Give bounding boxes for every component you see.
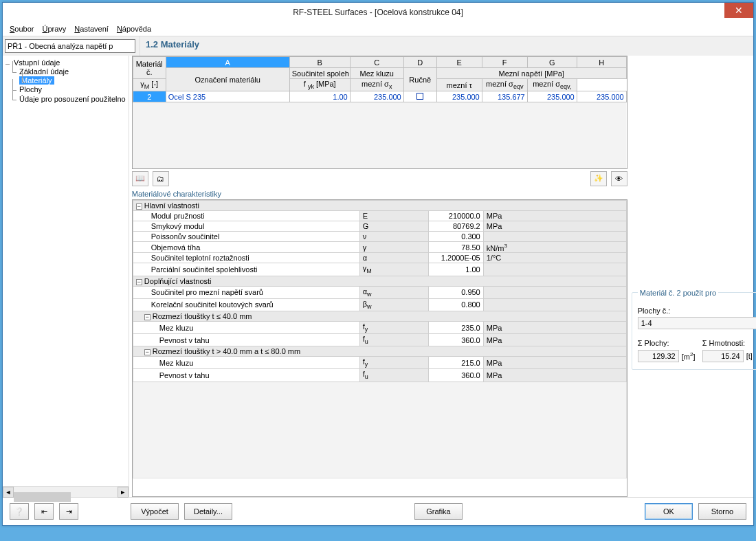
next-page-button[interactable]: ⇥ — [59, 503, 78, 520]
menu-bar: Soubor Úpravy Nastavení Nápověda — [3, 22, 753, 36]
prev-page-button[interactable]: ⇤ — [34, 503, 54, 520]
grid-toolbar: 📖 🗂 ✨ 👁 — [132, 169, 627, 188]
page-title: 1.2 Materiály — [146, 39, 199, 49]
cell-sigmaeqv2[interactable]: 235.000 — [577, 91, 626, 102]
help-button[interactable]: ❔ — [10, 503, 29, 520]
prop-row: Modul pružnosti — [133, 210, 359, 221]
details-button[interactable]: Detaily... — [184, 503, 232, 520]
edit-material-button[interactable]: 🗂 — [153, 171, 169, 186]
col-F[interactable]: F — [482, 57, 527, 68]
title-bar: RF-STEEL Surfaces - [Ocelová konstrukce … — [3, 3, 753, 22]
sidebar-hscroll[interactable]: ◄ ► — [3, 486, 129, 497]
characteristics-grid[interactable]: −Hlavní vlastnosti Modul pružnostiE21000… — [132, 199, 627, 497]
group-main[interactable]: −Hlavní vlastnosti — [133, 200, 626, 210]
cell-sigmaeqv[interactable]: 235.000 — [527, 91, 577, 102]
surfaces-label: Plochy č.: — [638, 307, 756, 315]
col-D[interactable]: D — [403, 57, 436, 68]
col-num-header: Materiálč. — [133, 57, 166, 79]
wand-icon: ✨ — [594, 174, 603, 183]
row-num[interactable]: 2 — [133, 91, 166, 102]
close-button[interactable]: ✕ — [724, 3, 753, 18]
col-B-label: Součinitel spoleh — [289, 68, 350, 79]
pick-button[interactable]: ✨ — [590, 171, 607, 186]
menu-edit[interactable]: Úpravy — [39, 23, 69, 34]
help-icon: ❔ — [14, 507, 24, 516]
nav-sidebar: Vstupní údaje Základní údaje Materiály P… — [3, 56, 129, 497]
col-G[interactable]: G — [527, 57, 577, 68]
cell-name[interactable]: Ocel S 235 — [166, 91, 289, 102]
menu-file[interactable]: Soubor — [7, 23, 36, 34]
library-button[interactable]: 📖 — [132, 171, 148, 186]
preview-area — [632, 58, 756, 292]
col-E-sub: mezní σx — [350, 79, 403, 91]
group-range1[interactable]: −Rozmezí tlouštky t ≤ 40.0 mm — [133, 311, 626, 321]
dialog-footer: ❔ ⇤ ⇥ Výpočet Detaily... Grafika OK Stor… — [3, 497, 753, 525]
group-E-H: Mezní napětí [MPa] — [436, 68, 626, 79]
characteristics-title: Materiálové charakteristiky — [132, 188, 627, 199]
cancel-button[interactable]: Storno — [698, 503, 746, 520]
collapse-icon[interactable]: − — [144, 314, 151, 320]
cell-fyk[interactable]: 235.000 — [350, 91, 403, 102]
card-icon: 🗂 — [157, 175, 164, 183]
surfaces-field: 1-4 — [638, 317, 756, 329]
cell-sigmax[interactable]: 235.000 — [436, 91, 482, 102]
tree-item-surfaces[interactable]: Plochy — [10, 85, 126, 94]
col-G-sub: mezní σeqv — [482, 79, 527, 91]
book-icon: 📖 — [135, 174, 145, 183]
scroll-thumb[interactable] — [14, 492, 71, 502]
col-A-label: Označení materiálu — [166, 68, 289, 91]
sum-mass-unit: [t] — [746, 352, 753, 360]
eye-icon: 👁 — [615, 175, 623, 183]
cell-manual[interactable] — [403, 91, 436, 102]
col-F-sub: mezní τ — [436, 79, 482, 91]
tree-root[interactable]: Vstupní údaje — [5, 58, 126, 67]
window-title: RF-STEEL Surfaces - [Ocelová konstrukce … — [3, 8, 753, 17]
info-panel: Materiál č. 2 použit pro Plochy č.: 1-4 … — [632, 56, 756, 497]
tree-item-materials[interactable]: Materiály — [19, 76, 54, 85]
scroll-right-icon[interactable]: ► — [118, 487, 129, 498]
col-A[interactable]: A — [166, 57, 289, 68]
sum-mass-label: Σ Hmotnosti: — [702, 339, 756, 347]
col-H-sub: mezní σeqv, — [527, 79, 577, 91]
col-C-label: Mez kluzu — [350, 68, 403, 79]
menu-help[interactable]: Nápověda — [114, 23, 154, 34]
app-window: RF-STEEL Surfaces - [Ocelová konstrukce … — [2, 2, 754, 526]
scroll-left-icon[interactable]: ◄ — [3, 487, 14, 498]
sum-surf-value: 129.32 — [638, 350, 679, 362]
sum-mass-value: 15.24 — [702, 350, 744, 362]
col-E[interactable]: E — [436, 57, 482, 68]
graphics-button[interactable]: Grafika — [414, 503, 463, 520]
col-B-sub: γM [-] — [133, 79, 166, 91]
sum-surf-label: Σ Plochy: — [638, 339, 696, 347]
col-H[interactable]: H — [577, 57, 626, 68]
collapse-icon[interactable]: − — [144, 349, 151, 355]
case-select[interactable] — [5, 39, 135, 53]
used-for-title: Materiál č. 2 použit pro — [638, 289, 718, 297]
collapse-icon[interactable]: − — [136, 279, 142, 285]
tree-item-basic[interactable]: Základní údaje — [10, 67, 126, 76]
arrow-left-icon: ⇤ — [41, 507, 47, 516]
materials-grid[interactable]: Materiálč. A B C D E F G H — [132, 56, 627, 169]
menu-settings[interactable]: Nastavení — [71, 23, 111, 34]
group-range2[interactable]: −Rozmezí tlouštky t > 40.0 mm a t ≤ 80.0… — [133, 346, 626, 357]
col-C[interactable]: C — [350, 57, 403, 68]
arrow-right-icon: ⇥ — [66, 507, 72, 516]
ok-button[interactable]: OK — [645, 503, 693, 520]
checkbox-icon[interactable] — [416, 93, 423, 100]
col-B[interactable]: B — [289, 57, 350, 68]
used-for-group: Materiál č. 2 použit pro Plochy č.: 1-4 … — [632, 292, 756, 370]
col-C-sub: f yk [MPa] — [289, 79, 350, 91]
group-additional[interactable]: −Doplňující vlastnosti — [133, 276, 626, 286]
cell-tau[interactable]: 135.677 — [482, 91, 527, 102]
calculate-button[interactable]: Výpočet — [131, 503, 179, 520]
view-button[interactable]: 👁 — [611, 171, 627, 186]
tree-item-serviceability[interactable]: Údaje pro posouzení použitelno — [10, 94, 126, 104]
col-D-label: Ručně — [403, 68, 436, 91]
collapse-icon[interactable]: − — [136, 203, 142, 210]
cell-gammaM[interactable]: 1.00 — [289, 91, 350, 102]
nav-tree[interactable]: Vstupní údaje Základní údaje Materiály P… — [3, 56, 129, 486]
sum-surf-unit: [m2] — [682, 351, 696, 361]
